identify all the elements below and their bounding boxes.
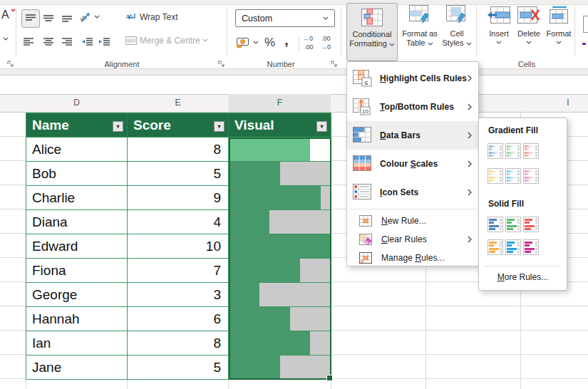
name-cell[interactable]: Alice [26, 138, 128, 162]
comma-style-button[interactable]: , [284, 31, 289, 48]
cell-styles-button[interactable]: Cell Styles [440, 4, 473, 48]
name-cell[interactable]: Charlie [26, 186, 128, 210]
increase-decimal-button[interactable]: ←0.00 [302, 34, 317, 54]
solid-fill-swatch-3[interactable] [523, 217, 539, 232]
format-as-table-button[interactable]: Format as Table [399, 4, 440, 48]
percent-style-button[interactable]: % [264, 36, 275, 50]
visual-cell[interactable] [229, 162, 331, 186]
solid-fill-swatch-5[interactable] [505, 239, 521, 255]
visual-cell[interactable] [229, 186, 331, 210]
solid-fill-swatch-4[interactable] [488, 239, 503, 255]
name-cell[interactable]: Hannah [26, 307, 128, 331]
accounting-format-button[interactable] [236, 35, 250, 52]
align-right-button[interactable] [61, 37, 73, 50]
score-cell[interactable]: 5 [128, 356, 229, 380]
decrease-indent-button[interactable] [81, 37, 93, 50]
visual-cell[interactable] [229, 283, 331, 307]
font-colour-button[interactable]: A [1, 9, 9, 21]
manage-rules-icon [359, 252, 372, 264]
visual-cell[interactable] [229, 259, 331, 283]
header-label: Visual [234, 118, 274, 133]
table-row: George 3 [26, 283, 331, 307]
solid-fill-swatch-1[interactable] [488, 217, 503, 232]
gradient-fill-swatch-4[interactable] [488, 168, 503, 184]
middle-align-button[interactable] [43, 13, 54, 26]
header-cell-name[interactable]: Name ▾ [26, 113, 128, 138]
menu-item-new-rule[interactable]: New Rule... [347, 212, 478, 230]
menu-item-highlight-cells-rules[interactable]: ≤ Highlight Cells Rules [347, 64, 478, 93]
dialog-launcher-icon[interactable] [7, 61, 14, 68]
visual-cell[interactable] [229, 307, 331, 331]
gradient-fill-swatch-6[interactable] [523, 168, 539, 184]
gradient-fill-swatch-1[interactable] [488, 143, 503, 159]
decrease-decimal-button[interactable]: .00→0 [320, 34, 335, 54]
column-header-E[interactable]: E [128, 94, 228, 113]
dialog-launcher-icon[interactable] [218, 61, 225, 68]
column-header-I[interactable]: I [521, 94, 588, 113]
data-bar [229, 162, 280, 185]
bottom-align-button[interactable] [61, 13, 73, 26]
header-label: Score [133, 118, 171, 133]
number-format-dropdown[interactable]: Custom [235, 9, 335, 27]
solid-fill-swatch-2[interactable] [505, 217, 521, 232]
score-cell[interactable]: 9 [128, 186, 229, 210]
gradient-fill-title: Gradient Fill [488, 125, 538, 135]
visual-cell[interactable] [229, 138, 331, 162]
chevron-down-icon[interactable] [94, 15, 100, 19]
format-as-table-icon [408, 4, 431, 24]
filter-dropdown-icon[interactable]: ▾ [316, 121, 327, 132]
solid-fill-swatch-6[interactable] [523, 239, 539, 255]
data-table: Name ▾ Score ▾ Visual ▾ Alice 8 [26, 113, 331, 380]
menu-item-icon-sets[interactable]: Icon Sets [347, 178, 478, 207]
column-header-F[interactable]: F [229, 94, 331, 113]
name-cell[interactable]: George [26, 283, 128, 307]
column-header-D[interactable]: D [26, 94, 127, 113]
menu-item-colour-scales[interactable]: Colour Scales [347, 150, 478, 178]
more-rules-button[interactable]: More Rules... [479, 272, 567, 282]
score-cell[interactable]: 4 [128, 210, 229, 234]
name-cell[interactable]: Edward [26, 234, 128, 259]
name-cell[interactable]: Bob [26, 162, 128, 186]
chevron-down-icon[interactable] [3, 37, 9, 41]
top-align-button[interactable] [21, 9, 40, 28]
menu-item-top-bottom-rules[interactable]: 10 Top/Bottom Rules [347, 93, 478, 121]
conditional-formatting-button[interactable]: Conditional Formatting [346, 3, 398, 61]
format-button[interactable]: Format [543, 6, 574, 44]
score-cell[interactable]: 5 [128, 162, 229, 186]
score-cell[interactable]: 8 [128, 138, 229, 162]
gradient-fill-swatch-5[interactable] [505, 168, 521, 184]
name-cell[interactable]: Diana [26, 210, 128, 234]
score-cell[interactable]: 7 [128, 259, 229, 283]
score-cell[interactable]: 6 [128, 307, 229, 331]
align-center-button[interactable] [43, 37, 54, 50]
name-cell[interactable]: Ian [26, 331, 128, 356]
filter-dropdown-icon[interactable]: ▾ [214, 121, 225, 132]
visual-cell[interactable] [229, 356, 331, 380]
header-cell-score[interactable]: Score ▾ [128, 113, 229, 138]
visual-cell[interactable] [229, 234, 331, 259]
visual-cell[interactable] [229, 331, 331, 356]
delete-button[interactable]: Delete [513, 6, 545, 44]
header-cell-visual[interactable]: Visual ▾ [229, 113, 331, 138]
name-cell[interactable]: Fiona [26, 259, 128, 283]
gradient-fill-swatch-3[interactable] [523, 143, 539, 159]
score-cell[interactable]: 3 [128, 283, 229, 307]
submenu-arrow-icon [468, 236, 472, 243]
name-cell[interactable]: Jane [26, 356, 128, 380]
menu-item-label: Clear Rules [381, 234, 427, 244]
menu-item-manage-rules[interactable]: Manage Rules... [347, 249, 478, 267]
insert-button[interactable]: Insert [483, 6, 515, 44]
orientation-button[interactable]: ab [78, 10, 93, 26]
score-cell[interactable]: 10 [128, 234, 229, 259]
menu-item-data-bars[interactable]: Data Bars [347, 121, 478, 150]
visual-cell[interactable] [229, 210, 331, 234]
gradient-fill-swatch-2[interactable] [505, 143, 521, 159]
align-left-button[interactable] [23, 37, 34, 50]
submenu-arrow-icon [468, 75, 472, 82]
dialog-launcher-icon[interactable] [331, 61, 338, 68]
filter-dropdown-icon[interactable]: ▾ [113, 121, 123, 132]
increase-indent-button[interactable] [98, 37, 110, 50]
chevron-down-icon[interactable] [253, 41, 259, 44]
menu-item-clear-rules[interactable]: Clear Rules [347, 230, 478, 249]
score-cell[interactable]: 8 [128, 331, 229, 356]
